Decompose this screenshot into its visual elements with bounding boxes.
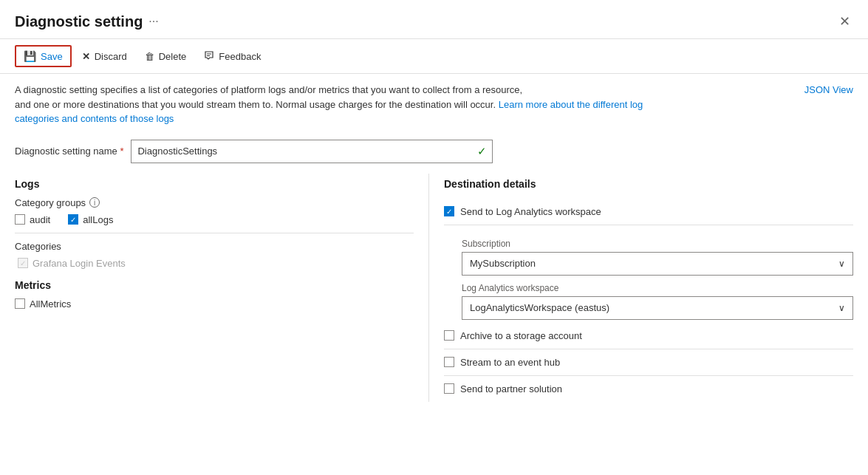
allmetrics-checkbox-item: AllMetrics bbox=[15, 298, 414, 310]
left-panel: Logs Category groups i audit allLogs bbox=[15, 174, 428, 402]
dialog-dots: ··· bbox=[148, 15, 158, 28]
feedback-button[interactable]: Feedback bbox=[197, 47, 268, 66]
subscription-area: Subscription MySubscription ∨ Log Analyt… bbox=[444, 225, 853, 323]
partner-row: Send to partner solution bbox=[444, 376, 853, 402]
subscription-dropdown-arrow: ∨ bbox=[838, 259, 845, 269]
dialog-title: Diagnostic setting bbox=[15, 13, 143, 30]
logs-divider bbox=[15, 233, 414, 233]
category-groups-checkboxes: audit allLogs bbox=[15, 214, 414, 225]
destination-section-title: Destination details bbox=[444, 178, 853, 190]
alllogs-checkbox-item: allLogs bbox=[68, 214, 113, 225]
delete-icon: 🗑 bbox=[145, 51, 154, 62]
setting-name-input[interactable] bbox=[131, 140, 493, 163]
stream-label: Stream to an event hub bbox=[460, 357, 560, 368]
feedback-label: Feedback bbox=[219, 51, 261, 62]
description-text: A diagnostic setting specifies a list of… bbox=[15, 83, 680, 126]
audit-checkbox-item: audit bbox=[15, 214, 50, 225]
delete-button[interactable]: 🗑 Delete bbox=[137, 47, 194, 66]
metrics-section: Metrics AllMetrics bbox=[15, 279, 414, 310]
workspace-label: Log Analytics workspace bbox=[462, 283, 853, 293]
main-content: Logs Category groups i audit allLogs bbox=[0, 174, 868, 402]
right-panel: Destination details Send to Log Analytic… bbox=[428, 174, 853, 402]
json-view-link[interactable]: JSON View bbox=[804, 83, 853, 98]
metrics-section-title: Metrics bbox=[15, 279, 414, 291]
partner-label: Send to partner solution bbox=[460, 383, 562, 394]
log-analytics-row: Send to Log Analytics workspace bbox=[444, 199, 853, 225]
input-valid-icon: ✓ bbox=[477, 145, 487, 158]
workspace-value: LogAnalyticsWorkspace (eastus) bbox=[470, 302, 609, 313]
subscription-label: Subscription bbox=[462, 239, 853, 249]
archive-row: Archive to a storage account bbox=[444, 323, 853, 349]
grafana-label: Grafana Login Events bbox=[33, 258, 126, 269]
workspace-dropdown[interactable]: LogAnalyticsWorkspace (eastus) ∨ bbox=[462, 296, 853, 320]
subscription-dropdown[interactable]: MySubscription ∨ bbox=[462, 252, 853, 276]
alllogs-checkbox[interactable] bbox=[68, 214, 78, 225]
categories-label: Categories bbox=[15, 241, 414, 252]
setting-name-input-wrapper: ✓ bbox=[131, 140, 493, 163]
toolbar: 💾 Save ✕ Discard 🗑 Delete Feedback bbox=[0, 39, 868, 74]
audit-checkbox[interactable] bbox=[15, 214, 25, 225]
discard-label: Discard bbox=[95, 51, 127, 62]
grafana-checkbox-item: Grafana Login Events bbox=[18, 258, 414, 269]
description-area: A diagnostic setting specifies a list of… bbox=[0, 74, 868, 135]
close-icon: ✕ bbox=[839, 14, 850, 29]
feedback-icon bbox=[204, 50, 214, 63]
save-button[interactable]: 💾 Save bbox=[15, 45, 72, 67]
stream-row: Stream to an event hub bbox=[444, 349, 853, 376]
setting-name-row: Diagnostic setting name * ✓ bbox=[0, 135, 868, 174]
log-analytics-label: Send to Log Analytics workspace bbox=[460, 206, 601, 217]
log-analytics-checkbox[interactable] bbox=[444, 206, 454, 216]
required-marker: * bbox=[120, 146, 123, 157]
dialog-header: Diagnostic setting ··· ✕ bbox=[0, 0, 868, 39]
close-button[interactable]: ✕ bbox=[836, 12, 853, 31]
partner-checkbox[interactable] bbox=[444, 383, 454, 394]
alllogs-label: allLogs bbox=[83, 214, 113, 225]
subscription-value: MySubscription bbox=[470, 258, 536, 269]
save-icon: 💾 bbox=[24, 50, 36, 62]
archive-label: Archive to a storage account bbox=[460, 330, 582, 341]
category-groups-label: Category groups i bbox=[15, 197, 414, 208]
logs-section: Logs Category groups i audit allLogs bbox=[15, 178, 414, 269]
allmetrics-checkbox[interactable] bbox=[15, 298, 25, 309]
discard-button[interactable]: ✕ Discard bbox=[75, 47, 134, 66]
setting-name-label: Diagnostic setting name * bbox=[15, 146, 123, 157]
allmetrics-label: AllMetrics bbox=[30, 298, 71, 310]
discard-icon: ✕ bbox=[82, 51, 90, 62]
description-line1: A diagnostic setting specifies a list of… bbox=[15, 84, 522, 95]
logs-section-title: Logs bbox=[15, 178, 414, 190]
workspace-dropdown-arrow: ∨ bbox=[838, 303, 845, 313]
description-line2: and one or more destinations that you wo… bbox=[15, 99, 499, 110]
grafana-checkbox[interactable] bbox=[18, 258, 28, 268]
audit-label: audit bbox=[30, 214, 50, 225]
category-groups-info-icon[interactable]: i bbox=[89, 197, 100, 208]
archive-checkbox[interactable] bbox=[444, 330, 454, 341]
diagnostic-setting-dialog: Diagnostic setting ··· ✕ 💾 Save ✕ Discar… bbox=[0, 0, 868, 475]
stream-checkbox[interactable] bbox=[444, 357, 454, 367]
delete-label: Delete bbox=[159, 51, 187, 62]
save-label: Save bbox=[41, 51, 63, 62]
categories-section: Categories Grafana Login Events bbox=[15, 241, 414, 269]
